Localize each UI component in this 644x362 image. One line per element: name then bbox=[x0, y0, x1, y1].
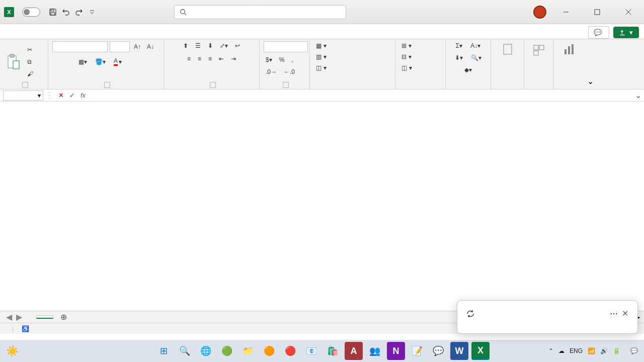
tray-volume-icon[interactable]: 🔊 bbox=[600, 347, 608, 354]
insert-cells-button[interactable]: ⊞ ▾ bbox=[399, 41, 414, 50]
maximize-button[interactable] bbox=[586, 5, 609, 19]
dec-inc-button[interactable]: .0→ bbox=[264, 67, 279, 76]
collapse-ribbon-button[interactable]: ⌄ bbox=[585, 39, 596, 89]
fx-button[interactable]: fx bbox=[78, 91, 88, 100]
fill-button[interactable]: ⬇▾ bbox=[453, 53, 465, 62]
tray-notification-icon[interactable]: 💬 bbox=[630, 347, 638, 354]
underline-button[interactable] bbox=[68, 61, 72, 63]
format-painter-button[interactable]: 🖌 bbox=[25, 69, 35, 78]
comma-button[interactable]: , bbox=[289, 55, 295, 64]
autosave-toggle[interactable] bbox=[22, 8, 40, 17]
format-cells-button[interactable]: ◫ ▾ bbox=[399, 63, 414, 72]
font-launcher[interactable] bbox=[104, 82, 110, 88]
qat-dropdown-icon[interactable] bbox=[86, 6, 99, 19]
copy-button[interactable]: ⧉ bbox=[25, 57, 35, 66]
redo-icon[interactable] bbox=[72, 6, 86, 19]
taskbar-notes-icon[interactable]: 📝 bbox=[408, 342, 426, 360]
taskbar-outlook-icon[interactable]: 📧 bbox=[302, 342, 320, 360]
taskbar-excel-icon[interactable]: X bbox=[471, 342, 490, 360]
analyze-data-button[interactable] bbox=[557, 41, 581, 57]
start-button[interactable]: ⊞ bbox=[154, 342, 173, 360]
autosum-button[interactable]: Σ▾ bbox=[454, 41, 464, 50]
align-middle-button[interactable]: ☰ bbox=[193, 41, 203, 50]
sheet-tab[interactable] bbox=[36, 315, 53, 319]
sensitivity-button[interactable] bbox=[495, 41, 520, 57]
weather-widget[interactable]: ☀️ bbox=[6, 345, 23, 357]
add-sheet-button[interactable]: ⊕ bbox=[57, 312, 69, 322]
share-button[interactable]: ▾ bbox=[613, 27, 639, 38]
orientation-button[interactable]: ⤢▾ bbox=[218, 41, 230, 50]
border-button[interactable]: ▦▾ bbox=[76, 57, 89, 66]
avatar[interactable] bbox=[533, 6, 546, 19]
align-left-button[interactable]: ≡ bbox=[185, 54, 193, 63]
font-color-button[interactable]: A▾ bbox=[112, 56, 124, 67]
cell-styles-button[interactable]: ◫ ▾ bbox=[314, 63, 329, 72]
taskbar-files-icon[interactable]: 📁 bbox=[239, 342, 257, 360]
taskbar-chrome-icon[interactable]: 🟢 bbox=[218, 342, 236, 360]
indent-dec-button[interactable]: ⇤ bbox=[217, 54, 226, 63]
cancel-formula-button[interactable]: ✕ bbox=[56, 91, 65, 100]
find-button[interactable]: 🔍▾ bbox=[469, 53, 484, 62]
spreadsheet-grid[interactable] bbox=[0, 102, 644, 311]
expand-formula-bar-button[interactable]: ⌄ bbox=[635, 90, 644, 100]
taskbar-app-icon[interactable]: 🟠 bbox=[260, 342, 278, 360]
indent-inc-button[interactable]: ⇥ bbox=[229, 54, 238, 63]
taskbar-teams-icon[interactable]: 👥 bbox=[366, 342, 384, 360]
tray-wifi-icon[interactable]: 📶 bbox=[588, 347, 595, 354]
align-bottom-button[interactable]: ⬇ bbox=[206, 41, 215, 50]
alignment-launcher[interactable] bbox=[210, 82, 216, 88]
tray-onedrive-icon[interactable]: ☁ bbox=[558, 347, 565, 354]
minimize-button[interactable] bbox=[554, 5, 578, 19]
increase-font-button[interactable]: A↑ bbox=[132, 42, 143, 51]
number-launcher[interactable] bbox=[283, 82, 289, 88]
accessibility-status[interactable]: ♿ bbox=[22, 325, 29, 332]
font-size-select[interactable] bbox=[110, 41, 130, 52]
addins-button[interactable] bbox=[528, 41, 549, 57]
font-select[interactable] bbox=[52, 41, 108, 52]
wrap-text-button[interactable]: ↩ bbox=[233, 41, 242, 50]
dec-dec-button[interactable]: ←.0 bbox=[282, 67, 297, 76]
name-box[interactable]: ▾ bbox=[3, 90, 43, 101]
taskbar-opera-icon[interactable]: 🔴 bbox=[281, 342, 299, 360]
currency-button[interactable]: $▾ bbox=[264, 55, 274, 64]
delete-cells-button[interactable]: ⊟ ▾ bbox=[399, 52, 414, 61]
bold-button[interactable] bbox=[52, 61, 56, 63]
save-icon[interactable] bbox=[46, 6, 59, 19]
taskbar-store-icon[interactable]: 🛍️ bbox=[324, 342, 342, 360]
tray-battery-icon[interactable]: 🔋 bbox=[613, 347, 620, 354]
paste-button[interactable] bbox=[4, 53, 22, 71]
number-format-select[interactable] bbox=[264, 41, 308, 52]
align-top-button[interactable]: ⬆ bbox=[181, 41, 190, 50]
sheet-prev-button[interactable]: ◀ bbox=[4, 312, 14, 322]
taskbar[interactable]: ☀️ ⊞ 🔍 🌐 🟢 📁 🟠 🔴 📧 🛍️ A 👥 N 📝 💬 W X ⌃ ☁ … bbox=[0, 340, 644, 362]
sheet-next-button[interactable]: ▶ bbox=[14, 312, 24, 322]
undo-icon[interactable] bbox=[59, 6, 72, 19]
taskbar-word-icon[interactable]: W bbox=[450, 342, 468, 360]
cut-button[interactable]: ✂ bbox=[25, 45, 35, 54]
comments-button[interactable]: 💬 bbox=[588, 26, 609, 39]
enter-formula-button[interactable]: ✓ bbox=[67, 91, 76, 100]
tray-chevron-icon[interactable]: ⌃ bbox=[548, 347, 553, 354]
fill-color-button[interactable]: 🪣▾ bbox=[93, 57, 108, 66]
taskbar-whatsapp-icon[interactable]: 💬 bbox=[429, 342, 447, 360]
close-button[interactable] bbox=[617, 5, 640, 19]
percent-button[interactable]: % bbox=[277, 55, 287, 64]
formula-input[interactable] bbox=[91, 92, 635, 99]
taskbar-onenote-icon[interactable]: N bbox=[387, 342, 405, 360]
align-right-button[interactable]: ≡ bbox=[206, 54, 214, 63]
format-as-table-button[interactable]: ▥ ▾ bbox=[314, 52, 329, 61]
decrease-font-button[interactable]: A↓ bbox=[145, 42, 156, 51]
sort-filter-button[interactable]: A↓▾ bbox=[468, 41, 482, 50]
taskbar-search-button[interactable]: 🔍 bbox=[176, 342, 194, 360]
taskbar-access-icon[interactable]: A bbox=[345, 342, 363, 360]
clear-button[interactable]: ◆▾ bbox=[462, 65, 474, 74]
taskbar-edge-icon[interactable]: 🌐 bbox=[197, 342, 215, 360]
clipboard-launcher[interactable] bbox=[22, 82, 28, 88]
tray-language[interactable]: ENG bbox=[570, 347, 583, 354]
align-center-button[interactable]: ≡ bbox=[196, 54, 203, 63]
search-input[interactable] bbox=[174, 5, 346, 19]
notification-close-button[interactable]: ✕ bbox=[622, 309, 628, 318]
notification-menu-button[interactable]: ⋯ bbox=[610, 309, 618, 318]
italic-button[interactable] bbox=[60, 61, 64, 63]
conditional-formatting-button[interactable]: ▦ ▾ bbox=[314, 41, 329, 50]
